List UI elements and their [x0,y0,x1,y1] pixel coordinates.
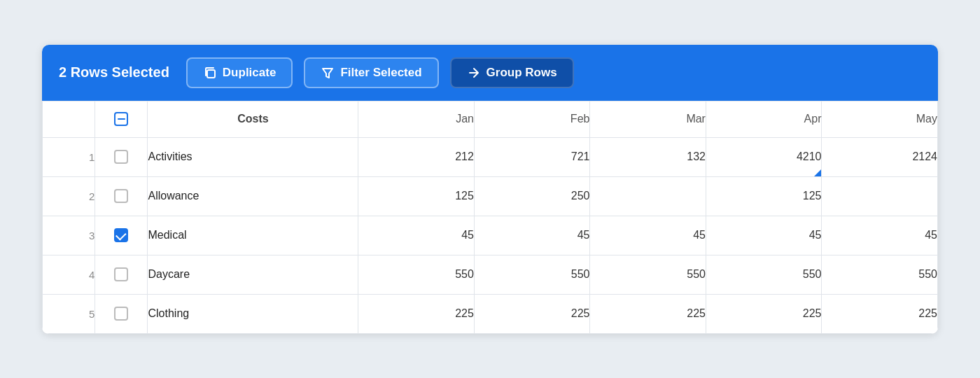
row-number: 1 [43,137,95,176]
row-feb: 225 [474,294,590,333]
header-may: May [822,101,938,137]
row-apr: 225 [706,294,822,333]
row-checkbox-cell[interactable] [95,216,148,255]
row-number: 2 [43,176,95,216]
row-feb: 721 [474,137,590,176]
selection-count-label: 2 Rows Selected [59,64,169,80]
table-row: 5Clothing225225225225225 [43,294,938,333]
row-checkbox-cell[interactable] [95,294,148,333]
filter-selected-button[interactable]: Filter Selected [304,57,438,88]
header-checkbox[interactable] [95,101,148,137]
row-label: Clothing [148,294,358,333]
table-row: 2Allowance125250125 [43,176,938,216]
row-checkbox-cell[interactable] [95,137,148,176]
svg-rect-0 [207,70,215,78]
row-jan: 125 [358,176,475,216]
row-apr: 45 [706,216,822,255]
row-may [822,176,938,216]
row-jan: 225 [358,294,475,333]
row-may: 2124 [822,137,938,176]
header-mar: Mar [590,101,706,137]
header-apr: Apr [706,101,822,137]
row-checkbox[interactable] [114,267,128,281]
row-mar: 225 [590,294,706,333]
row-apr: 4210 [706,137,822,176]
duplicate-label: Duplicate [223,66,276,80]
row-number: 5 [43,294,95,333]
row-may: 225 [822,294,938,333]
header-jan: Jan [358,101,475,137]
header-rownum [43,101,95,137]
row-may: 45 [822,216,938,255]
duplicate-icon [203,66,217,80]
row-number: 3 [43,216,95,255]
row-label: Daycare [148,255,358,294]
filter-icon [321,66,335,80]
main-table-container: 2 Rows Selected Duplicate Filter Selecte… [42,45,938,334]
row-apr: 125 [706,176,822,216]
row-mar [590,176,706,216]
table-row: 4Daycare550550550550550 [43,255,938,294]
table-body: 1Activities212721132421021242Allowance12… [43,137,938,333]
row-mar: 45 [590,216,706,255]
row-label: Activities [148,137,358,176]
row-jan: 212 [358,137,475,176]
row-label: Medical [148,216,358,255]
row-jan: 550 [358,255,475,294]
row-feb: 45 [474,216,590,255]
select-all-checkbox[interactable] [114,112,128,126]
row-checkbox[interactable] [114,189,128,203]
row-checkbox[interactable] [114,150,128,164]
header-feb: Feb [474,101,590,137]
data-grid: Costs Jan Feb Mar Apr May 1Act [42,101,938,334]
row-feb: 550 [474,255,590,294]
group-icon [467,66,481,80]
header-costs: Costs [148,101,358,137]
table-row: 3Medical4545454545 [43,216,938,255]
row-mar: 132 [590,137,706,176]
selection-toolbar: 2 Rows Selected Duplicate Filter Selecte… [42,45,938,101]
row-label: Allowance [148,176,358,216]
filter-selected-label: Filter Selected [340,66,421,80]
row-feb: 250 [474,176,590,216]
header-row: Costs Jan Feb Mar Apr May [43,101,938,137]
row-may: 550 [822,255,938,294]
row-jan: 45 [358,216,475,255]
row-number: 4 [43,255,95,294]
row-checkbox-cell[interactable] [95,255,148,294]
group-rows-label: Group Rows [486,66,557,80]
row-checkbox[interactable] [114,307,128,321]
row-apr: 550 [706,255,822,294]
row-checkbox-cell[interactable] [95,176,148,216]
row-checkbox[interactable] [114,228,128,242]
table-row: 1Activities21272113242102124 [43,137,938,176]
group-rows-button[interactable]: Group Rows [450,57,574,88]
duplicate-button[interactable]: Duplicate [186,57,293,88]
row-mar: 550 [590,255,706,294]
